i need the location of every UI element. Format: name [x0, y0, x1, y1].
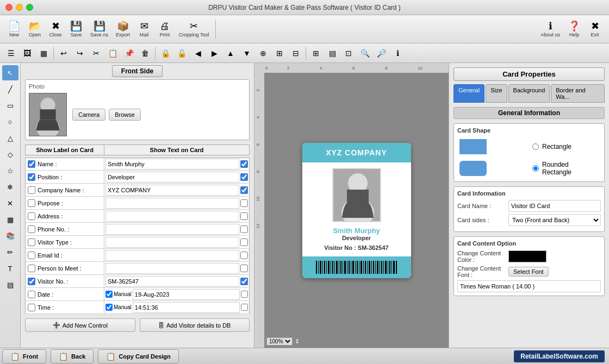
shape-rounded-label[interactable]: Rounded Rectangle	[530, 159, 601, 178]
tool-undo[interactable]: ↩	[56, 46, 71, 61]
field-input[interactable]	[105, 250, 239, 261]
field-input[interactable]	[105, 224, 239, 235]
value-checkbox[interactable]	[240, 239, 248, 246]
field-label-checkbox[interactable]	[28, 160, 35, 168]
toolbar-export[interactable]: 📦 Export	[113, 19, 133, 40]
front-button[interactable]: 📋 Front	[2, 349, 46, 363]
back-button[interactable]: 📋 Back	[51, 349, 94, 363]
tool-info[interactable]: ℹ	[390, 46, 405, 61]
color-swatch[interactable]	[508, 250, 546, 262]
tool-zoom-fit[interactable]: ⊡	[341, 46, 356, 61]
value-checkbox[interactable]	[240, 212, 248, 220]
manual-checkbox[interactable]	[105, 304, 113, 311]
tool-center[interactable]: ⊕	[256, 46, 271, 61]
date-input[interactable]	[133, 302, 240, 313]
add-control-button[interactable]: ➕ Add New Control	[25, 318, 135, 332]
tool-zoom-in[interactable]: 🔍	[357, 46, 372, 61]
tool-grid[interactable]: ⊞	[308, 46, 324, 61]
canvas-area[interactable]: XYZ COMPANY Smith Murphy Developer	[264, 73, 449, 348]
tool-line[interactable]: ╱	[2, 81, 18, 97]
field-label-checkbox[interactable]	[28, 278, 35, 285]
browse-button[interactable]: Browse	[109, 109, 141, 121]
toolbar-open[interactable]: 📂 Open	[25, 19, 45, 40]
tool-zoom-out[interactable]: 🔎	[374, 46, 389, 61]
tool-right[interactable]: ▶	[207, 46, 222, 61]
tool-text[interactable]: T	[2, 261, 18, 276]
value-checkbox[interactable]	[240, 186, 248, 194]
toolbar-new[interactable]: 📄 New	[4, 19, 24, 40]
tool-left[interactable]: ◀	[190, 46, 206, 61]
toolbar-help[interactable]: ❓ Help	[564, 19, 584, 40]
tool-circle[interactable]: ○	[2, 114, 18, 129]
tool-rect[interactable]: ▭	[2, 98, 18, 113]
toolbar-mail[interactable]: ✉ Mail	[134, 19, 154, 40]
value-checkbox[interactable]	[241, 291, 248, 298]
tab-general[interactable]: General	[453, 84, 484, 103]
field-label-checkbox[interactable]	[28, 252, 35, 259]
zoom-select[interactable]: 100% 75% 150%	[266, 337, 293, 346]
tool-lock[interactable]: 🔒	[158, 46, 173, 61]
card-sides-select[interactable]: Two (Front and Back) One (Front Only)	[508, 214, 601, 226]
value-checkbox[interactable]	[240, 278, 248, 285]
value-checkbox[interactable]	[240, 265, 248, 272]
rounded-radio[interactable]	[532, 165, 539, 172]
add-visitor-button[interactable]: 🗄 Add Visitor details to DB	[140, 318, 250, 332]
tool-cut[interactable]: ✂	[89, 46, 104, 61]
tool-image[interactable]: 🖼	[20, 46, 35, 61]
tool-col[interactable]: ⊟	[288, 46, 303, 61]
tool-barcode[interactable]: ▦	[36, 46, 51, 61]
tab-size[interactable]: Size	[486, 84, 507, 103]
field-label-checkbox[interactable]	[28, 225, 35, 233]
field-input[interactable]	[105, 185, 239, 196]
tool-delete[interactable]: 🗑	[138, 46, 153, 61]
field-label-checkbox[interactable]	[28, 304, 35, 311]
value-checkbox[interactable]	[240, 225, 248, 233]
tool-distribute[interactable]: ⊞	[272, 46, 287, 61]
close-traffic-light[interactable]	[5, 4, 13, 11]
tool-paste[interactable]: 📌	[121, 46, 136, 61]
tool-cross[interactable]: ✕	[2, 196, 18, 211]
tool-snowflake[interactable]: ❄	[2, 179, 18, 194]
field-label-checkbox[interactable]	[28, 173, 35, 181]
tool-redo[interactable]: ↪	[72, 46, 88, 61]
tool-star[interactable]: ☆	[2, 163, 18, 178]
select-font-button[interactable]: Select Font	[508, 267, 549, 277]
card-name-input[interactable]	[508, 200, 601, 212]
value-checkbox[interactable]	[240, 173, 248, 181]
toolbar-save-as[interactable]: 💾 Save As	[87, 19, 111, 40]
toolbar-close[interactable]: ✖ Close	[46, 19, 65, 40]
shape-rectangle-label[interactable]: Rectangle	[530, 137, 601, 156]
tab-border[interactable]: Border and Wa...	[551, 84, 605, 103]
field-input[interactable]	[105, 159, 239, 170]
tool-copy[interactable]: 📋	[105, 46, 120, 61]
toolbar-save[interactable]: 💾 Save	[66, 19, 86, 40]
value-checkbox[interactable]	[240, 160, 248, 168]
tool-select[interactable]: ☰	[3, 46, 18, 61]
field-label-checkbox[interactable]	[28, 199, 35, 207]
maximize-traffic-light[interactable]	[26, 4, 33, 11]
tool-filmstrip[interactable]: ▤	[325, 46, 340, 61]
tool-arrow[interactable]: ↖	[2, 65, 18, 80]
field-input[interactable]	[105, 263, 239, 274]
tool-pen[interactable]: ✏	[2, 244, 18, 260]
tab-background[interactable]: Background	[508, 84, 550, 103]
camera-button[interactable]: Camera	[72, 109, 105, 121]
toolbar-crop[interactable]: ✂ Cropping Tool	[176, 19, 212, 40]
field-label-checkbox[interactable]	[28, 186, 35, 194]
toolbar-about[interactable]: ℹ About us	[537, 19, 563, 40]
tool-books[interactable]: 📚	[2, 228, 18, 243]
tool-down[interactable]: ▼	[239, 46, 254, 61]
field-label-checkbox[interactable]	[28, 291, 35, 298]
tool-up[interactable]: ▲	[223, 46, 238, 61]
tool-triangle[interactable]: △	[2, 130, 18, 146]
field-input[interactable]	[105, 198, 239, 209]
field-input[interactable]	[105, 172, 239, 183]
field-label-checkbox[interactable]	[28, 265, 35, 272]
field-input[interactable]	[105, 276, 239, 287]
value-checkbox[interactable]	[240, 199, 248, 207]
value-checkbox[interactable]	[240, 252, 248, 259]
toolbar-exit[interactable]: ✖ Exit	[585, 19, 605, 40]
tool-table[interactable]: ▦	[2, 212, 18, 227]
tool-diamond[interactable]: ◇	[2, 147, 18, 162]
field-label-checkbox[interactable]	[28, 212, 35, 220]
